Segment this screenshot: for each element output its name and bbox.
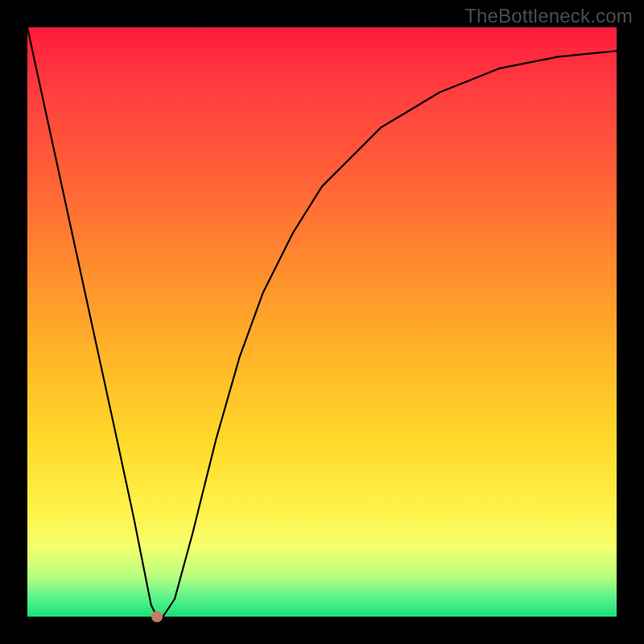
- plot-area: [27, 27, 617, 617]
- chart-frame: TheBottleneck.com: [0, 0, 644, 644]
- attribution-text: TheBottleneck.com: [464, 5, 633, 27]
- bottleneck-curve: [27, 27, 617, 617]
- optimum-marker: [151, 611, 163, 622]
